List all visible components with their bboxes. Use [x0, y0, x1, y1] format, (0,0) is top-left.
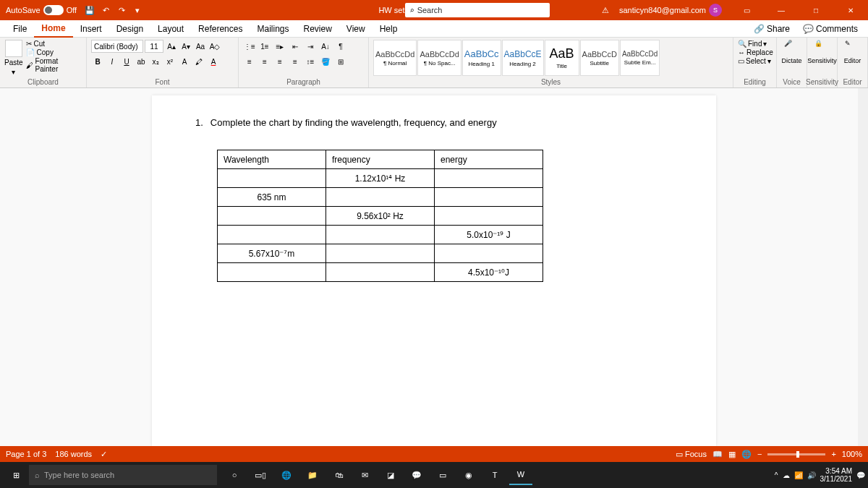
dictate-icon[interactable]: 🎤 [784, 40, 800, 56]
app-icon[interactable]: ▭ [431, 465, 454, 485]
align-right-icon[interactable]: ≡ [273, 55, 286, 68]
show-marks-icon[interactable]: ¶ [334, 40, 347, 53]
subscript-button[interactable]: x₂ [149, 55, 162, 68]
document-page[interactable]: 1. Complete the chart by finding the wav… [152, 95, 716, 446]
strikethrough-button[interactable]: ab [135, 55, 148, 68]
tab-layout[interactable]: Layout [150, 21, 191, 37]
redo-icon[interactable]: ↷ [116, 4, 127, 16]
zoom-slider[interactable] [767, 453, 825, 455]
copy-button[interactable]: 📄 Copy [26, 48, 82, 56]
find-button[interactable]: 🔍 Find ▾ [738, 40, 772, 48]
explorer-icon[interactable]: 📁 [301, 465, 324, 485]
bold-button[interactable]: B [91, 55, 104, 68]
sort-icon[interactable]: A↓ [319, 40, 332, 53]
tab-design[interactable]: Design [109, 21, 150, 37]
start-button[interactable]: ⊞ [3, 462, 29, 488]
share-button[interactable]: 🔗 Share [749, 22, 794, 35]
focus-mode[interactable]: ▭ Focus [676, 450, 707, 459]
grow-font-icon[interactable]: A▴ [165, 40, 178, 53]
cortana-icon[interactable]: ○ [223, 465, 246, 485]
header-energy[interactable]: energy [435, 150, 543, 169]
chrome-icon[interactable]: ◉ [457, 465, 480, 485]
justify-icon[interactable]: ≡ [289, 55, 302, 68]
borders-icon[interactable]: ⊞ [334, 55, 347, 68]
increase-indent-icon[interactable]: ⇥ [304, 40, 317, 53]
align-left-icon[interactable]: ≡ [243, 55, 256, 68]
tab-help[interactable]: Help [373, 21, 405, 37]
zoom-out-icon[interactable]: − [757, 450, 762, 458]
maximize-icon[interactable]: □ [801, 0, 830, 20]
tab-file[interactable]: File [6, 21, 34, 37]
style-item[interactable]: AaBbCcDdSubtle Em... [620, 40, 660, 76]
numbering-icon[interactable]: 1≡ [258, 40, 271, 53]
table-row[interactable]: 635 nm [218, 188, 543, 207]
minimize-icon[interactable]: — [767, 0, 796, 20]
multilevel-icon[interactable]: ≡▸ [273, 40, 286, 53]
task-view-icon[interactable]: ▭▯ [249, 465, 272, 485]
undo-icon[interactable]: ↶ [100, 4, 111, 16]
data-table[interactable]: Wavelength frequency energy 1.12x10¹⁴ Hz… [217, 150, 543, 282]
app-icon[interactable]: ◪ [379, 465, 402, 485]
style-item[interactable]: AaBTitle [545, 40, 579, 76]
clock[interactable]: 3:54 AM 3/11/2021 [820, 467, 853, 483]
highlight-icon[interactable]: 🖍 [192, 55, 205, 68]
scrollbar[interactable] [858, 88, 868, 446]
format-painter-button[interactable]: 🖌 Format Painter [26, 57, 82, 73]
close-icon[interactable]: ✕ [836, 0, 865, 20]
underline-button[interactable]: U [120, 55, 133, 68]
font-name-input[interactable] [91, 40, 143, 53]
superscript-button[interactable]: x² [163, 55, 176, 68]
paste-button[interactable]: Paste ▾ [4, 40, 23, 76]
tray-chevron-icon[interactable]: ^ [775, 471, 778, 479]
app-icon[interactable]: T [483, 465, 506, 485]
word-count[interactable]: 186 words [55, 450, 92, 458]
tab-mailings[interactable]: Mailings [250, 21, 296, 37]
font-color-icon[interactable]: A [207, 55, 220, 68]
tab-review[interactable]: Review [296, 21, 339, 37]
search-box[interactable]: ⌕ Search [405, 3, 550, 17]
editor-icon[interactable]: ✎ [845, 40, 861, 56]
zoom-in-icon[interactable]: + [831, 450, 835, 458]
bullets-icon[interactable]: ⋮≡ [243, 40, 256, 53]
table-row[interactable]: 9.56x10² Hz [218, 207, 543, 226]
account-button[interactable]: santicyn840@gmail.com S [615, 2, 726, 18]
mail-icon[interactable]: ✉ [353, 465, 376, 485]
change-case-icon[interactable]: Aa [194, 40, 207, 53]
comments-button[interactable]: 💬 Comments [799, 22, 862, 35]
table-row[interactable]: 5.67x10⁻⁷m [218, 244, 543, 263]
warning-icon[interactable]: ⚠ [602, 6, 609, 15]
store-icon[interactable]: 🛍 [327, 465, 350, 485]
sensitivity-icon[interactable]: 🔒 [814, 40, 830, 56]
header-wavelength[interactable]: Wavelength [218, 150, 326, 169]
print-layout-icon[interactable]: ▦ [728, 450, 736, 459]
zoom-level[interactable]: 100% [842, 450, 862, 458]
spell-check-icon[interactable]: ✓ [101, 450, 107, 459]
replace-button[interactable]: ↔ Replace [738, 48, 772, 56]
notifications-icon[interactable]: 💬 [856, 471, 865, 479]
table-row[interactable]: 1.12x10¹⁴ Hz [218, 169, 543, 188]
tab-view[interactable]: View [339, 21, 373, 37]
document-area[interactable]: 1. Complete the chart by finding the wav… [0, 88, 868, 446]
tab-insert[interactable]: Insert [73, 21, 109, 37]
shading-icon[interactable]: 🪣 [319, 55, 332, 68]
line-spacing-icon[interactable]: ↕≡ [304, 55, 317, 68]
style-item[interactable]: AaBbCcDd¶ No Spac... [417, 40, 461, 76]
style-item[interactable]: AaBbCcDd¶ Normal [373, 40, 417, 76]
word-icon[interactable]: W [509, 465, 532, 485]
italic-button[interactable]: I [106, 55, 119, 68]
autosave-toggle[interactable]: AutoSave Off [6, 5, 77, 15]
save-icon[interactable]: 💾 [84, 4, 95, 16]
qat-dropdown-icon[interactable]: ▾ [132, 4, 143, 16]
tab-home[interactable]: Home [34, 20, 72, 38]
decrease-indent-icon[interactable]: ⇤ [289, 40, 302, 53]
style-item[interactable]: AaBbCcEHeading 2 [502, 40, 544, 76]
shrink-font-icon[interactable]: A▾ [179, 40, 192, 53]
app-icon[interactable]: 💬 [405, 465, 428, 485]
cut-button[interactable]: ✂ Cut [26, 40, 82, 48]
taskbar-search[interactable]: ⌕ Type here to search [29, 465, 217, 485]
header-frequency[interactable]: frequency [326, 150, 435, 169]
dictate-label[interactable]: Dictate [781, 57, 801, 64]
font-size-input[interactable] [145, 40, 163, 53]
select-button[interactable]: ▭ Select ▾ [738, 57, 772, 65]
align-center-icon[interactable]: ≡ [258, 55, 271, 68]
